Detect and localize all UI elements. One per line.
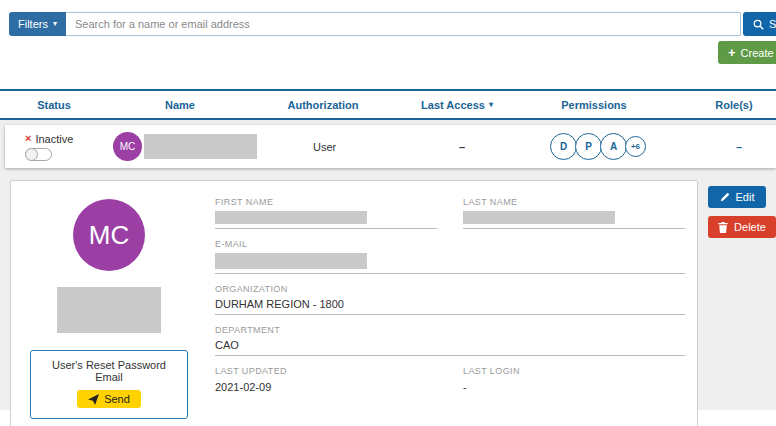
reset-password-title: User's Reset Password Email xyxy=(39,359,179,383)
status-cell: × Inactive xyxy=(5,133,113,161)
column-permissions[interactable]: Permissions xyxy=(520,99,668,111)
last-login-value: - xyxy=(463,380,685,397)
name-fields-row: FIRST NAME LAST NAME xyxy=(215,197,685,239)
redacted-name xyxy=(144,134,257,159)
table-header: Status Name Authorization Last Access ▾ … xyxy=(0,89,776,120)
last-updated-field: LAST UPDATED 2021-02-09 xyxy=(215,366,437,397)
redacted-email xyxy=(215,253,367,269)
search-input[interactable] xyxy=(66,12,741,36)
edit-button-label: Edit xyxy=(736,191,755,203)
organization-field: ORGANIZATION DURHAM REGION - 1800 xyxy=(215,284,685,315)
redacted-first-name xyxy=(215,211,367,224)
send-button[interactable]: Send xyxy=(77,390,141,408)
column-status[interactable]: Status xyxy=(0,99,108,111)
last-name-value xyxy=(463,211,685,229)
send-button-label: Send xyxy=(104,393,130,405)
department-label: DEPARTMENT xyxy=(215,325,685,335)
email-field: E-MAIL xyxy=(215,239,685,274)
permissions-badges: D P A +6 xyxy=(525,133,673,160)
first-name-value xyxy=(215,211,437,229)
filters-button[interactable]: Filters ▾ xyxy=(9,12,66,36)
email-label: E-MAIL xyxy=(215,239,685,249)
detail-form: FIRST NAME LAST NAME E-MAIL ORGANI xyxy=(215,195,685,419)
search-icon xyxy=(753,19,764,30)
last-name-label: LAST NAME xyxy=(463,197,685,207)
paper-plane-icon xyxy=(88,394,99,405)
sort-caret-icon: ▾ xyxy=(489,101,493,109)
user-detail-panel: MC User's Reset Password Email Send xyxy=(10,180,698,426)
authorization-value: User xyxy=(257,141,399,153)
redacted-last-name xyxy=(463,211,615,224)
toolbar: Filters ▾ Search xyxy=(9,12,776,36)
trash-icon xyxy=(718,222,728,233)
delete-button-label: Delete xyxy=(734,221,766,233)
column-last-access-label: Last Access xyxy=(421,99,485,111)
last-login-field: LAST LOGIN - xyxy=(463,366,685,397)
plus-icon: + xyxy=(728,46,736,59)
inactive-x-icon: × xyxy=(25,133,31,144)
create-user-label: Create User xyxy=(741,47,776,59)
permission-badge-a[interactable]: A xyxy=(600,133,627,160)
detail-actions: Edit Delete xyxy=(708,180,776,238)
edit-button[interactable]: Edit xyxy=(708,186,766,208)
search-button-label: Search xyxy=(769,18,776,30)
pencil-icon xyxy=(720,192,730,202)
last-access-value: – xyxy=(399,141,525,153)
last-updated-value: 2021-02-09 xyxy=(215,380,437,397)
last-name-field: LAST NAME xyxy=(463,197,685,229)
detail-section: MC User's Reset Password Email Send xyxy=(10,180,776,426)
permission-badge-d[interactable]: D xyxy=(550,133,577,160)
last-updated-label: LAST UPDATED xyxy=(215,366,437,376)
create-row: + Create User xyxy=(0,41,776,65)
column-name[interactable]: Name xyxy=(108,99,252,111)
status-label: Inactive xyxy=(35,133,73,145)
content-area: × Inactive MC User – D P A +6 – xyxy=(0,120,776,410)
permission-more-badge[interactable]: +6 xyxy=(625,136,646,157)
toggle-knob xyxy=(25,148,38,161)
dates-fields-row: LAST UPDATED 2021-02-09 LAST LOGIN - xyxy=(215,366,685,407)
detail-avatar: MC xyxy=(73,199,145,271)
create-user-button[interactable]: + Create User xyxy=(718,41,776,64)
delete-button[interactable]: Delete xyxy=(708,216,776,238)
column-last-access[interactable]: Last Access ▾ xyxy=(394,99,520,111)
name-cell: MC xyxy=(113,132,257,161)
column-roles[interactable]: Role(s) xyxy=(668,99,776,111)
status-indicator: × Inactive xyxy=(25,133,113,145)
chevron-down-icon: ▾ xyxy=(53,20,57,28)
department-value: CAO xyxy=(215,339,685,356)
table-row[interactable]: × Inactive MC User – D P A +6 – xyxy=(5,125,776,168)
permission-badge-p[interactable]: P xyxy=(575,133,602,160)
first-name-field: FIRST NAME xyxy=(215,197,437,229)
roles-value: – xyxy=(673,141,776,153)
search-button[interactable]: Search xyxy=(743,12,776,36)
reset-password-box: User's Reset Password Email Send xyxy=(30,350,188,419)
last-login-label: LAST LOGIN xyxy=(463,366,685,376)
organization-value: DURHAM REGION - 1800 xyxy=(215,298,685,315)
column-authorization[interactable]: Authorization xyxy=(252,99,394,111)
active-toggle[interactable] xyxy=(25,148,52,161)
organization-label: ORGANIZATION xyxy=(215,284,685,294)
user-management-screen: Filters ▾ Search + Create User Status Na… xyxy=(0,0,776,426)
avatar: MC xyxy=(113,132,142,161)
redacted-info xyxy=(57,287,161,333)
email-value xyxy=(215,253,685,274)
department-field: DEPARTMENT CAO xyxy=(215,325,685,356)
filters-label: Filters xyxy=(18,18,48,30)
detail-left-column: MC User's Reset Password Email Send xyxy=(25,195,193,419)
first-name-label: FIRST NAME xyxy=(215,197,437,207)
